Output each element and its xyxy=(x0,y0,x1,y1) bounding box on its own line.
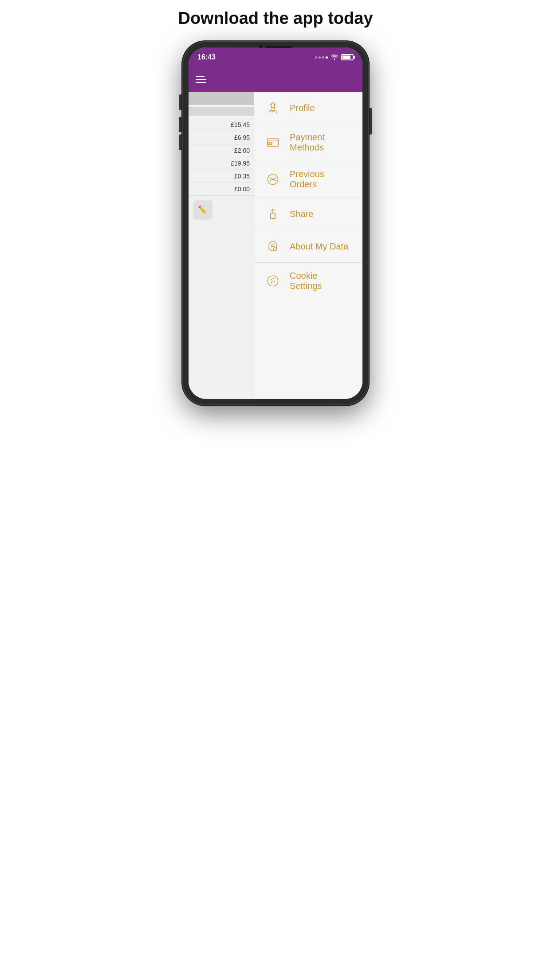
payment-methods-icon xyxy=(265,134,281,150)
battery-fill xyxy=(342,55,350,59)
price-row-6: £0.00 xyxy=(189,183,254,196)
about-my-data-icon xyxy=(265,238,281,254)
profile-label: Profile xyxy=(290,103,315,113)
signal-dots xyxy=(315,56,328,59)
svg-point-19 xyxy=(271,282,272,283)
previous-orders-label: Previous Orders xyxy=(290,169,352,190)
phone-screen: 16:43 xyxy=(189,47,362,399)
hamburger-line-2 xyxy=(196,79,206,80)
price-row-4: £19.95 xyxy=(189,157,254,170)
speaker-bar xyxy=(265,46,292,48)
svg-point-17 xyxy=(273,278,274,279)
signal-dot-2 xyxy=(319,56,321,59)
page-headline: Download the app today xyxy=(169,9,382,28)
svg-rect-9 xyxy=(271,213,276,218)
svg-rect-3 xyxy=(269,143,272,145)
status-time: 16:43 xyxy=(197,53,216,61)
battery-icon xyxy=(341,54,354,60)
menu-item-payment-methods[interactable]: Payment Methods xyxy=(254,124,362,161)
notch-area xyxy=(250,41,301,52)
hamburger-menu-button[interactable] xyxy=(196,71,212,87)
about-my-data-label: About My Data xyxy=(290,241,348,252)
share-icon xyxy=(265,206,281,222)
signal-dot-3 xyxy=(322,56,324,59)
status-icons xyxy=(315,54,354,61)
share-label: Share xyxy=(290,209,313,219)
menu-item-about-my-data[interactable]: About My Data xyxy=(254,230,362,263)
app-header xyxy=(189,67,362,92)
svg-point-16 xyxy=(271,279,272,281)
cookie-settings-icon xyxy=(265,273,281,289)
pencil-icon: ✏️ xyxy=(198,205,208,215)
wifi-icon xyxy=(331,54,338,61)
price-row-1: £15.45 xyxy=(189,119,254,131)
left-panel: £15.45 £6.95 £2.00 £19.95 £0.35 £0.00 ✏️ xyxy=(189,92,254,399)
phone-shell: 16:43 xyxy=(182,41,369,405)
drawer-menu: Profile Payment Methods xyxy=(254,92,362,399)
edit-button[interactable]: ✏️ xyxy=(193,200,213,220)
svg-point-20 xyxy=(272,281,273,281)
previous-orders-icon xyxy=(265,171,281,187)
app-body: £15.45 £6.95 £2.00 £19.95 £0.35 £0.00 ✏️ xyxy=(189,92,362,399)
hamburger-line-3 xyxy=(196,82,206,83)
signal-dot-1 xyxy=(315,56,317,59)
menu-item-previous-orders[interactable]: Previous Orders xyxy=(254,161,362,198)
cookie-settings-label: Cookie Settings xyxy=(290,271,352,291)
svg-point-11 xyxy=(272,244,274,246)
menu-item-cookie-settings[interactable]: Cookie Settings xyxy=(254,263,362,299)
price-row-2: £6.95 xyxy=(189,131,254,144)
price-row-3: £2.00 xyxy=(189,144,254,157)
menu-item-profile[interactable]: Profile xyxy=(254,92,362,124)
menu-item-share[interactable]: Share xyxy=(254,198,362,230)
camera-dot xyxy=(259,45,263,48)
signal-dot-4 xyxy=(326,56,328,59)
profile-icon xyxy=(265,100,281,116)
left-panel-gray-bar xyxy=(189,92,254,105)
svg-point-14 xyxy=(275,248,276,248)
svg-point-18 xyxy=(274,281,275,282)
hamburger-line-1 xyxy=(196,76,205,77)
left-panel-gray-bar-2 xyxy=(189,107,254,116)
payment-methods-label: Payment Methods xyxy=(290,132,352,153)
price-row-5: £0.35 xyxy=(189,170,254,183)
